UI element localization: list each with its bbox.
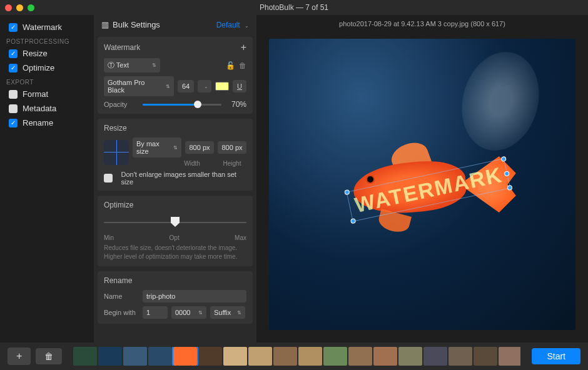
thumbnail[interactable] — [173, 347, 197, 366]
preview-image[interactable]: WATERMARK — [269, 39, 575, 330]
sidebar-header-postprocessing: POSTPROCESSING — [0, 34, 94, 46]
digits-select[interactable]: 0000⇅ — [171, 306, 206, 319]
optimize-max-label: Max — [235, 234, 246, 241]
opacity-slider[interactable] — [143, 104, 221, 106]
begin-with-input[interactable]: 1 — [143, 306, 168, 319]
thumbnail[interactable] — [123, 347, 147, 366]
name-label: Name — [104, 292, 139, 300]
thumbnail[interactable] — [348, 347, 372, 366]
panel-resize: Resize By max size⇅ 800 px 800 px Width — [98, 119, 253, 191]
thumbnail[interactable] — [323, 347, 347, 366]
checkbox-icon[interactable]: ✓ — [9, 64, 18, 72]
checkbox-icon[interactable]: ✓ — [9, 49, 18, 58]
thumbnail[interactable] — [73, 347, 97, 366]
sidebar-item-label: Metadata — [23, 104, 56, 113]
sidebar-item-optimize[interactable]: ✓ Optimize — [0, 61, 94, 75]
panel-title-label: Watermark — [104, 43, 140, 52]
delete-icon[interactable]: 🗑 — [239, 61, 246, 70]
height-label: Height — [218, 160, 246, 167]
settings-title: Bulk Settings — [113, 20, 160, 29]
thumbnail[interactable] — [148, 347, 172, 366]
dont-enlarge-checkbox[interactable] — [104, 174, 113, 182]
optimize-slider[interactable] — [104, 214, 246, 233]
thumbnail[interactable] — [98, 347, 122, 366]
thumbnail-strip[interactable] — [73, 347, 520, 366]
sidebar-item-resize[interactable]: ✓ Resize — [0, 46, 94, 61]
preview-filename: photo2017-08-29 at 9.42.13 AM 3 copy.jpg… — [256, 15, 588, 32]
thumbnail[interactable] — [273, 347, 297, 366]
bottombar: + 🗑 Start — [0, 342, 588, 370]
sidebar-item-format[interactable]: Format — [0, 87, 94, 101]
sidebar-item-label: Format — [23, 89, 48, 99]
width-label: Width — [178, 160, 206, 167]
font-size-input[interactable]: 64 — [178, 80, 194, 92]
window-title: PhotoBulk — 7 of 51 — [260, 3, 328, 12]
minimize-icon[interactable] — [16, 4, 23, 11]
sidebar-item-label: Watermark — [23, 22, 62, 32]
resize-anchor[interactable] — [104, 140, 129, 165]
begin-with-label: Begin with — [104, 309, 139, 316]
panel-title-label: Optimize — [104, 201, 133, 209]
settings-panel: ▥ Bulk Settings Default ⌄ Watermark + Ⓣ … — [94, 15, 256, 342]
sidebar-item-watermark[interactable]: ✓ Watermark — [0, 20, 94, 34]
thumbnail[interactable] — [373, 347, 397, 366]
layout-icon[interactable]: ▥ — [101, 20, 109, 29]
thumbnail[interactable] — [198, 347, 222, 366]
checkbox-icon[interactable] — [9, 90, 18, 99]
optimize-opt-label: Opt — [170, 234, 180, 241]
watermark-type-select[interactable]: Ⓣ Text⇅ — [104, 58, 160, 72]
thumbnail[interactable] — [248, 347, 272, 366]
dont-enlarge-label: Don't enlarge images smaller than set si… — [121, 171, 246, 186]
underline-icon[interactable]: U — [233, 80, 246, 92]
sidebar-item-label: Resize — [23, 49, 48, 58]
opacity-label: Opacity — [104, 101, 139, 108]
checkbox-icon[interactable]: ✓ — [9, 119, 18, 128]
sidebar-item-rename[interactable]: ✓ Rename — [0, 116, 94, 130]
thumbnail[interactable] — [298, 347, 322, 366]
window-controls — [5, 4, 34, 11]
width-input[interactable]: 800 px — [185, 141, 214, 154]
add-watermark-icon[interactable]: + — [241, 42, 246, 53]
preview-area: photo2017-08-29 at 9.42.13 AM 3 copy.jpg… — [256, 15, 588, 342]
thumbnail[interactable] — [423, 347, 447, 366]
delete-button[interactable]: 🗑 — [36, 348, 62, 364]
trash-icon: 🗑 — [44, 351, 53, 361]
close-icon[interactable] — [5, 4, 12, 11]
sidebar-item-metadata[interactable]: Metadata — [0, 101, 94, 116]
thumbnail[interactable] — [449, 347, 472, 366]
fullscreen-icon[interactable] — [28, 4, 34, 11]
rename-name-input[interactable]: trip-photo — [143, 290, 246, 302]
preset-dropdown[interactable]: Default ⌄ — [216, 21, 249, 29]
plus-icon: + — [16, 351, 22, 361]
position-select[interactable]: Suffix⇅ — [210, 306, 245, 319]
optimize-hint: Reduces file size, doesn't deteriorate t… — [104, 244, 246, 261]
height-input[interactable]: 800 px — [218, 141, 246, 154]
checkbox-icon[interactable]: ✓ — [9, 23, 18, 32]
sidebar-item-label: Rename — [23, 118, 53, 128]
sidebar-header-export: EXPORT — [0, 75, 94, 87]
optimize-min-label: Min — [104, 234, 114, 241]
color-swatch[interactable] — [215, 82, 229, 91]
sidebar: ✓ Watermark POSTPROCESSING ✓ Resize ✓ Op… — [0, 15, 94, 342]
font-select[interactable]: Gotham Pro Black⇅ — [104, 76, 174, 96]
add-button[interactable]: + — [8, 348, 31, 365]
panel-watermark: Watermark + Ⓣ Text⇅ 🔓 🗑 Gotham Pro Black… — [98, 37, 253, 114]
font-size-dropdown[interactable]: ⌄ — [198, 80, 211, 92]
lock-icon[interactable]: 🔓 — [226, 61, 235, 70]
thumbnail[interactable] — [223, 347, 247, 366]
resize-mode-select[interactable]: By max size⇅ — [133, 138, 181, 158]
panel-title-label: Rename — [104, 276, 132, 285]
thumbnail[interactable] — [398, 347, 422, 366]
start-button[interactable]: Start — [532, 348, 580, 364]
thumbnail[interactable] — [474, 347, 497, 366]
opacity-value: 70% — [225, 100, 246, 109]
panel-title-label: Resize — [104, 124, 127, 132]
sidebar-item-label: Optimize — [23, 63, 54, 72]
checkbox-icon[interactable] — [9, 104, 18, 113]
panel-optimize: Optimize Min Opt Max Reduces file size, … — [98, 196, 253, 266]
panel-rename: Rename Name trip-photo Begin with 1 0000… — [98, 271, 253, 324]
thumbnail[interactable] — [499, 347, 520, 366]
titlebar: PhotoBulk — 7 of 51 — [0, 0, 588, 15]
